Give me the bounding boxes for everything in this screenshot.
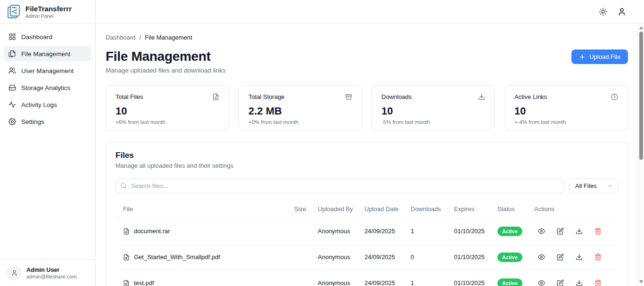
file-filter-select[interactable]: All Files (569, 179, 618, 193)
status-badge: Active (497, 253, 522, 262)
app-subtitle: Admin Panel (25, 13, 72, 19)
page-title: File Management (106, 49, 225, 64)
sidebar-item-label: File Management (21, 50, 70, 57)
stat-delta: -5% from last month (381, 119, 485, 125)
table-header-row: File Size Uploaded By Upload Date Downlo… (116, 201, 618, 219)
stats-row: Total Files 10 +6% from last month Total… (106, 85, 628, 131)
sidebar-nav: Dashboard File Management User Managemen… (0, 24, 95, 259)
stat-card-total-storage: Total Storage 2.2 MB +0% from last month (239, 85, 362, 131)
search-icon (120, 182, 127, 189)
file-icon (123, 228, 130, 235)
sidebar-item-storage-analytics[interactable]: Storage Analytics (4, 80, 91, 95)
upload-date: 24/09/2025 (364, 228, 411, 235)
trash-icon[interactable] (594, 279, 602, 286)
trash-icon[interactable] (594, 228, 602, 235)
search-input[interactable] (116, 179, 564, 193)
uploaded-by: Anonymous (318, 228, 364, 235)
app-logo-row: FileTransferrr Admin Panel (0, 0, 95, 24)
grid-icon (8, 33, 16, 41)
stat-card-active-links: Active Links 10 +-4% from last month (504, 85, 628, 131)
upload-date: 24/09/2025 (364, 279, 411, 286)
col-header-status: Status (497, 201, 534, 218)
stat-value: 10 (116, 105, 219, 117)
uploaded-by: Anonymous (318, 279, 364, 286)
stat-label: Total Files (116, 93, 143, 100)
file-icon (123, 254, 130, 261)
file-icon (123, 280, 130, 286)
file-name: document.rar (134, 228, 170, 235)
edit-icon[interactable] (557, 253, 564, 261)
sidebar-item-dashboard[interactable]: Dashboard (4, 29, 91, 44)
breadcrumb-separator: / (140, 34, 141, 41)
breadcrumb: Dashboard / File Management (106, 34, 628, 41)
col-header-uploaded-by: Uploaded By (318, 201, 364, 218)
file-name: test.pdf (134, 279, 154, 286)
sidebar-item-label: Dashboard (21, 33, 52, 41)
activity-icon (8, 101, 16, 108)
stat-value: 10 (514, 105, 618, 117)
hard-drive-icon (8, 84, 16, 91)
expires-date: 01/10/2025 (454, 253, 497, 261)
edit-icon[interactable] (557, 279, 564, 286)
expires-date: 01/10/2025 (454, 228, 497, 235)
sidebar-item-activity-logs[interactable]: Activity Logs (4, 97, 91, 112)
download-count: 0 (411, 253, 454, 261)
eye-icon[interactable] (538, 228, 545, 235)
topbar (96, 0, 644, 24)
stat-value: 2.2 MB (248, 105, 352, 117)
edit-icon[interactable] (557, 228, 564, 235)
table-row: test.pdf Anonymous 24/09/2025 1 01/10/20… (116, 270, 618, 286)
scrollbar-up-arrow[interactable] (639, 25, 644, 30)
table-row: Get_Started_With_Smallpdf.pdf Anonymous … (116, 245, 618, 270)
breadcrumb-current: File Management (145, 34, 192, 41)
stat-value: 10 (381, 105, 485, 117)
sidebar-item-label: User Management (21, 67, 74, 74)
download-count: 1 (411, 279, 454, 286)
breadcrumb-dashboard[interactable]: Dashboard (106, 34, 136, 41)
eye-icon[interactable] (538, 279, 545, 286)
sidebar-user-card[interactable]: Admin User admin@fileshare.com (0, 259, 95, 286)
status-badge: Active (497, 278, 522, 286)
upload-date: 24/09/2025 (364, 253, 411, 261)
plus-icon (579, 54, 586, 60)
scrollbar[interactable] (637, 24, 644, 286)
download-icon (478, 93, 485, 100)
sidebar-item-label: Activity Logs (21, 101, 57, 108)
col-header-expires: Expires (454, 201, 497, 218)
sidebar-item-file-management[interactable]: File Management (4, 46, 91, 61)
status-badge: Active (497, 227, 522, 236)
stat-label: Downloads (381, 93, 412, 100)
user-icon[interactable] (618, 8, 626, 16)
upload-file-button[interactable]: Upload File (571, 49, 628, 64)
users-icon (8, 67, 16, 74)
expires-date: 01/10/2025 (454, 279, 497, 286)
sidebar-item-user-management[interactable]: User Management (4, 63, 91, 78)
table-row: document.rar Anonymous 24/09/2025 1 01/1… (116, 219, 618, 245)
stat-delta: +0% from last month (248, 119, 352, 125)
page-content: Dashboard / File Management File Managem… (96, 24, 644, 286)
gear-icon (8, 118, 16, 125)
upload-file-label: Upload File (589, 53, 620, 60)
stat-label: Active Links (514, 93, 547, 100)
col-header-size: Size (294, 201, 318, 218)
scrollbar-down-arrow[interactable] (639, 279, 644, 284)
download-icon[interactable] (576, 253, 583, 261)
share-files-icon (7, 4, 21, 19)
file-name: Get_Started_With_Smallpdf.pdf (134, 253, 220, 261)
trash-icon[interactable] (594, 253, 602, 261)
user-email: admin@fileshare.com (26, 274, 77, 279)
sidebar: FileTransferrr Admin Panel Dashboard Fil… (0, 0, 96, 286)
sun-icon[interactable] (599, 8, 607, 16)
files-icon (8, 50, 16, 57)
col-header-downloads: Downloads (411, 201, 454, 218)
archive-icon (345, 93, 352, 100)
sidebar-item-label: Settings (21, 118, 44, 125)
eye-icon[interactable] (538, 253, 545, 261)
download-icon[interactable] (576, 228, 583, 235)
col-header-actions: Actions (534, 201, 618, 218)
sidebar-item-settings[interactable]: Settings (4, 114, 91, 129)
download-icon[interactable] (576, 279, 583, 286)
files-panel: Files Manage all uploaded files and thei… (106, 142, 628, 286)
scrollbar-thumb[interactable] (639, 32, 643, 160)
main-area: Dashboard / File Management File Managem… (96, 0, 644, 286)
